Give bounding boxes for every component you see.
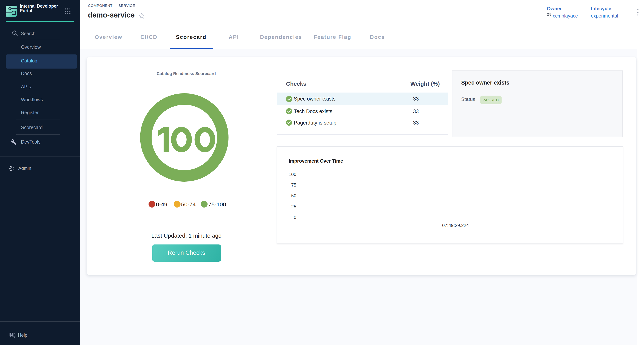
svg-text:?: ? bbox=[11, 333, 12, 336]
